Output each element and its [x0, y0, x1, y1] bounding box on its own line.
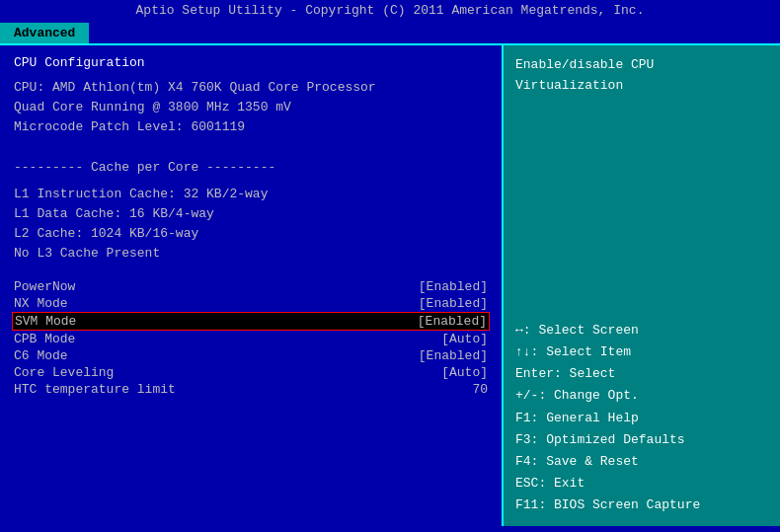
cpu-info-block: CPU: AMD Athlon(tm) X4 760K Quad Core Pr… — [14, 78, 488, 137]
row-svmmode-label: SVM Mode — [15, 314, 76, 329]
ctrl-4: F1: General Help — [515, 408, 768, 429]
row-c6mode-value: [Enabled] — [419, 348, 488, 363]
row-htctemp[interactable]: HTC temperature limit 70 — [14, 381, 488, 398]
cpu-line-0: CPU: AMD Athlon(tm) X4 760K Quad Core Pr… — [14, 78, 488, 98]
cache-separator: --------- Cache per Core --------- — [14, 158, 488, 178]
cache-line-0: L1 Instruction Cache: 32 KB/2-way — [14, 185, 488, 204]
right-help-text: Enable/disable CPUVirtualization — [515, 55, 768, 97]
ctrl-8: F11: BIOS Screen Capture — [515, 494, 768, 516]
row-c6mode[interactable]: C6 Mode [Enabled] — [14, 347, 488, 364]
ctrl-6: F4: Save & Reset — [515, 451, 768, 473]
row-nxmode-value: [Enabled] — [419, 296, 488, 311]
row-powernow[interactable]: PowerNow [Enabled] — [14, 278, 488, 295]
row-cpbmode-value: [Auto] — [441, 332, 488, 346]
cache-line-2: L2 Cache: 1024 KB/16-way — [14, 224, 488, 244]
cpu-line-2: Microcode Patch Level: 6001119 — [14, 117, 488, 137]
row-htctemp-label: HTC temperature limit — [14, 382, 176, 397]
ctrl-7: ESC: Exit — [515, 473, 768, 494]
ctrl-2: Enter: Select — [515, 363, 768, 385]
ctrl-5: F3: Optimized Defaults — [515, 429, 768, 451]
row-htctemp-value: 70 — [472, 382, 488, 397]
right-controls: ↔: Select Screen ↑↓: Select Item Enter: … — [515, 320, 768, 516]
section-title: CPU Configuration — [14, 55, 488, 70]
title-text: Aptio Setup Utility - Copyright (C) 2011… — [136, 3, 645, 18]
ctrl-1: ↑↓: Select Item — [515, 342, 768, 363]
cache-line-1: L1 Data Cache: 16 KB/4-way — [14, 204, 488, 224]
row-powernow-label: PowerNow — [14, 279, 75, 294]
left-panel: CPU Configuration CPU: AMD Athlon(tm) X4… — [0, 45, 504, 526]
row-coreleveling-value: [Auto] — [441, 365, 488, 380]
row-c6mode-label: C6 Mode — [14, 348, 68, 363]
row-nxmode-label: NX Mode — [14, 296, 68, 311]
help-text: Enable/disable CPUVirtualization — [515, 57, 654, 93]
config-rows: PowerNow [Enabled] NX Mode [Enabled] SVM… — [14, 278, 488, 398]
main-layout: CPU Configuration CPU: AMD Athlon(tm) X4… — [0, 43, 780, 526]
l3-cache: No L3 Cache Present — [14, 244, 488, 264]
row-powernow-value: [Enabled] — [419, 279, 488, 294]
right-panel: Enable/disable CPUVirtualization ↔: Sele… — [504, 45, 780, 526]
row-coreleveling[interactable]: Core Leveling [Auto] — [14, 364, 488, 381]
cpu-line-1: Quad Core Running @ 3800 MHz 1350 mV — [14, 98, 488, 117]
row-cpbmode-label: CPB Mode — [14, 332, 75, 346]
row-coreleveling-label: Core Leveling — [14, 365, 114, 380]
row-nxmode[interactable]: NX Mode [Enabled] — [14, 295, 488, 312]
row-svmmode-value: [Enabled] — [418, 314, 487, 329]
row-svmmode[interactable]: SVM Mode [Enabled] — [12, 312, 490, 331]
row-cpbmode[interactable]: CPB Mode [Auto] — [14, 331, 488, 347]
cache-info-block: L1 Instruction Cache: 32 KB/2-way L1 Dat… — [14, 185, 488, 244]
tab-advanced[interactable]: Advanced — [0, 23, 89, 43]
title-bar: Aptio Setup Utility - Copyright (C) 2011… — [0, 0, 780, 21]
ctrl-3: +/-: Change Opt. — [515, 385, 768, 407]
ctrl-0: ↔: Select Screen — [515, 320, 768, 342]
tab-bar: Advanced — [0, 21, 780, 43]
